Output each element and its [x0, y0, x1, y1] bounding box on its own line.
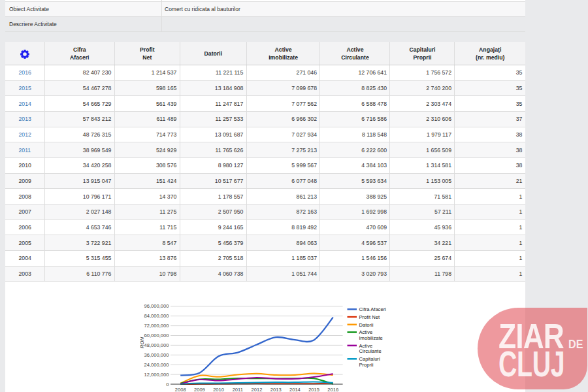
svg-text:2011: 2011 [233, 387, 243, 392]
svg-text:72,000,000: 72,000,000 [144, 323, 169, 329]
svg-text:Imobilizate: Imobilizate [359, 335, 383, 341]
svg-text:RON: RON [139, 336, 145, 348]
svg-text:24,000,000: 24,000,000 [144, 362, 169, 368]
svg-text:2010: 2010 [213, 387, 224, 392]
svg-text:60,000,000: 60,000,000 [144, 333, 169, 338]
svg-text:48,000,000: 48,000,000 [144, 342, 169, 348]
svg-text:2008: 2008 [175, 387, 186, 392]
svg-text:2014: 2014 [289, 387, 301, 392]
svg-text:36,000,000: 36,000,000 [144, 352, 169, 358]
svg-text:96,000,000: 96,000,000 [144, 303, 169, 309]
svg-text:Active: Active [359, 329, 373, 335]
svg-text:Circulante: Circulante [359, 348, 382, 354]
svg-text:2015: 2015 [308, 387, 319, 392]
svg-text:2013: 2013 [270, 387, 282, 392]
svg-text:84,000,000: 84,000,000 [144, 313, 169, 319]
svg-text:Proprii: Proprii [359, 362, 374, 368]
svg-text:Cifra Afaceri: Cifra Afaceri [359, 306, 387, 312]
svg-text:Active: Active [359, 343, 373, 349]
svg-text:2009: 2009 [194, 387, 205, 392]
svg-text:2012: 2012 [252, 387, 263, 392]
svg-text:Capitaluri: Capitaluri [359, 356, 380, 362]
svg-text:0: 0 [166, 382, 169, 387]
svg-text:2016: 2016 [327, 387, 338, 392]
svg-text:Datorii: Datorii [359, 322, 374, 328]
svg-text:Profit Net: Profit Net [359, 314, 381, 320]
svg-text:12,000,000: 12,000,000 [144, 372, 169, 378]
